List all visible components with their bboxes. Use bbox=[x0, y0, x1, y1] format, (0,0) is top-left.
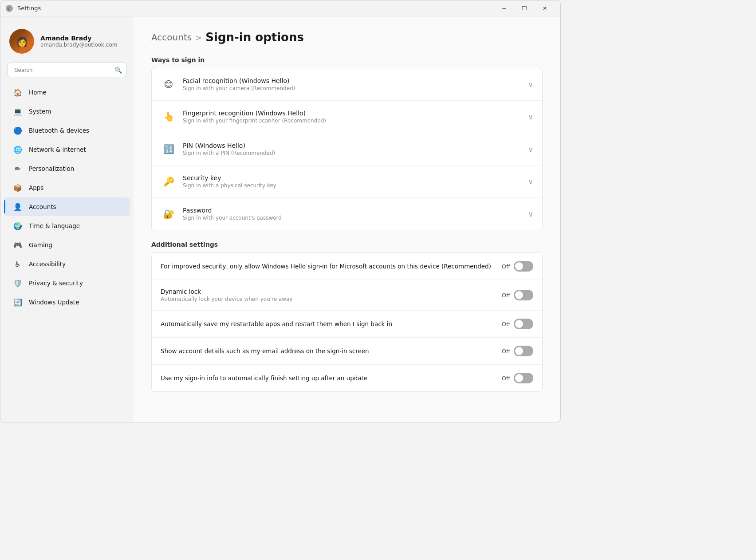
sign-in-info-control: Off bbox=[502, 373, 533, 383]
sign-in-option-pin[interactable]: 🔢 PIN (Windows Hello) Sign in with a PIN… bbox=[152, 133, 542, 166]
facial-text: Facial recognition (Windows Hello) Sign … bbox=[177, 77, 528, 91]
account-details-thumb bbox=[515, 347, 523, 355]
sign-in-info-text: Use my sign-in info to automatically fin… bbox=[161, 375, 502, 382]
hello-only-text: For improved security, only allow Window… bbox=[161, 263, 502, 270]
minimize-button[interactable]: − bbox=[494, 2, 514, 15]
home-icon: 🏠 bbox=[13, 87, 23, 97]
window-controls: − ❐ ✕ bbox=[494, 2, 555, 15]
restart-apps-title: Automatically save my restartable apps a… bbox=[161, 320, 493, 327]
additional-settings-list: For improved security, only allow Window… bbox=[151, 252, 543, 392]
restart-apps-thumb bbox=[515, 320, 523, 328]
close-button[interactable]: ✕ bbox=[535, 2, 555, 15]
apps-icon: 📦 bbox=[13, 183, 23, 193]
setting-sign-in-info: Use my sign-in info to automatically fin… bbox=[152, 365, 542, 391]
password-icon: 🔐 bbox=[161, 206, 177, 222]
sidebar-item-apps[interactable]: 📦 Apps bbox=[4, 178, 130, 197]
sign-in-option-password[interactable]: 🔐 Password Sign in with your account's p… bbox=[152, 198, 542, 230]
pin-subtitle: Sign in with a PIN (Recommended) bbox=[183, 150, 528, 156]
sign-in-info-title: Use my sign-in info to automatically fin… bbox=[161, 375, 493, 382]
sign-in-option-securitykey[interactable]: 🔑 Security key Sign in with a physical s… bbox=[152, 166, 542, 198]
sidebar-item-time[interactable]: 🌍 Time & language bbox=[4, 217, 130, 235]
hello-only-toggle[interactable] bbox=[514, 261, 533, 272]
sidebar-item-privacy[interactable]: 🛡️ Privacy & security bbox=[4, 274, 130, 292]
ways-to-sign-in-title: Ways to sign in bbox=[151, 56, 543, 63]
nav-label-home: Home bbox=[29, 89, 47, 96]
hello-only-title: For improved security, only allow Window… bbox=[161, 263, 493, 270]
account-details-text: Show account details such as my email ad… bbox=[161, 347, 502, 355]
facial-subtitle: Sign in with your camera (Recommended) bbox=[183, 85, 528, 91]
facial-title: Facial recognition (Windows Hello) bbox=[183, 77, 528, 84]
sign-in-option-facial[interactable]: 😊 Facial recognition (Windows Hello) Sig… bbox=[152, 68, 542, 101]
sidebar-item-home[interactable]: 🏠 Home bbox=[4, 83, 130, 102]
hello-only-control: Off bbox=[502, 261, 533, 272]
sidebar-item-network[interactable]: 🌐 Network & internet bbox=[4, 140, 130, 159]
dynamic-lock-state: Off bbox=[502, 292, 510, 299]
dynamic-lock-toggle[interactable] bbox=[514, 290, 533, 300]
sign-in-info-thumb bbox=[515, 374, 523, 382]
privacy-icon: 🛡️ bbox=[13, 278, 23, 288]
dynamic-lock-subtitle: Automatically lock your device when you'… bbox=[161, 296, 493, 302]
pin-title: PIN (Windows Hello) bbox=[183, 142, 528, 149]
sidebar-item-gaming[interactable]: 🎮 Gaming bbox=[4, 236, 130, 254]
hello-only-state: Off bbox=[502, 263, 510, 270]
account-details-toggle[interactable] bbox=[514, 346, 533, 356]
setting-hello-only: For improved security, only allow Window… bbox=[152, 253, 542, 280]
nav-label-network: Network & internet bbox=[29, 146, 86, 153]
search-input[interactable] bbox=[8, 63, 126, 77]
hello-only-thumb bbox=[515, 262, 523, 270]
password-subtitle: Sign in with your account's password bbox=[183, 215, 528, 221]
securitykey-chevron: ∨ bbox=[528, 177, 533, 186]
fingerprint-icon: 👆 bbox=[161, 109, 177, 125]
restart-apps-toggle[interactable] bbox=[514, 319, 533, 329]
securitykey-title: Security key bbox=[183, 174, 528, 181]
network-icon: 🌐 bbox=[13, 145, 23, 154]
breadcrumb-parent[interactable]: Accounts bbox=[151, 32, 192, 43]
sign-in-info-toggle[interactable] bbox=[514, 373, 533, 383]
fingerprint-title: Fingerprint recognition (Windows Hello) bbox=[183, 110, 528, 117]
nav-label-accounts: Accounts bbox=[29, 203, 56, 210]
password-chevron: ∨ bbox=[528, 210, 533, 218]
restart-apps-text: Automatically save my restartable apps a… bbox=[161, 320, 502, 327]
sidebar-item-accessibility[interactable]: ♿ Accessibility bbox=[4, 255, 130, 273]
nav-label-gaming: Gaming bbox=[29, 241, 52, 248]
sign-in-options-list: 😊 Facial recognition (Windows Hello) Sig… bbox=[151, 68, 543, 230]
account-details-state: Off bbox=[502, 348, 510, 355]
back-icon[interactable] bbox=[6, 5, 13, 12]
setting-restart-apps: Automatically save my restartable apps a… bbox=[152, 311, 542, 338]
breadcrumb-separator: > bbox=[195, 33, 202, 42]
sidebar-item-accounts[interactable]: 👤 Accounts bbox=[4, 197, 130, 216]
sidebar-item-system[interactable]: 💻 System bbox=[4, 102, 130, 121]
nav-label-privacy: Privacy & security bbox=[29, 280, 83, 287]
pin-text: PIN (Windows Hello) Sign in with a PIN (… bbox=[177, 142, 528, 156]
app-body: 👩 Amanda Brady amanda.brady@outlook.com … bbox=[0, 16, 560, 422]
dynamic-lock-thumb bbox=[515, 291, 523, 299]
user-name: Amanda Brady bbox=[40, 35, 117, 42]
dynamic-lock-title: Dynamic lock bbox=[161, 288, 493, 295]
fingerprint-text: Fingerprint recognition (Windows Hello) … bbox=[177, 110, 528, 124]
sidebar-item-personalization[interactable]: ✏️ Personalization bbox=[4, 159, 130, 178]
gaming-icon: 🎮 bbox=[13, 240, 23, 250]
nav-label-time: Time & language bbox=[29, 222, 80, 229]
securitykey-subtitle: Sign in with a physical security key bbox=[183, 182, 528, 189]
accessibility-icon: ♿ bbox=[13, 259, 23, 269]
title-bar-left: Settings bbox=[6, 5, 494, 12]
time-icon: 🌍 bbox=[13, 221, 23, 231]
nav-label-update: Windows Update bbox=[29, 299, 79, 306]
maximize-button[interactable]: ❐ bbox=[514, 2, 535, 15]
personalization-icon: ✏️ bbox=[13, 164, 23, 174]
nav-label-system: System bbox=[29, 108, 51, 115]
nav-label-bluetooth: Bluetooth & devices bbox=[29, 127, 89, 134]
dynamic-lock-text: Dynamic lock Automatically lock your dev… bbox=[161, 288, 502, 302]
dynamic-lock-control: Off bbox=[502, 290, 533, 300]
accounts-icon: 👤 bbox=[13, 202, 23, 212]
sidebar-item-update[interactable]: 🔄 Windows Update bbox=[4, 293, 130, 312]
sign-in-option-fingerprint[interactable]: 👆 Fingerprint recognition (Windows Hello… bbox=[152, 101, 542, 133]
fingerprint-subtitle: Sign in with your fingerprint scanner (R… bbox=[183, 118, 528, 124]
title-bar: Settings − ❐ ✕ bbox=[0, 0, 560, 16]
app-title: Settings bbox=[17, 5, 41, 12]
facial-chevron: ∨ bbox=[528, 80, 533, 89]
bluetooth-icon: 🔵 bbox=[13, 126, 23, 135]
fingerprint-chevron: ∨ bbox=[528, 113, 533, 121]
user-email: amanda.brady@outlook.com bbox=[40, 42, 117, 48]
sidebar-item-bluetooth[interactable]: 🔵 Bluetooth & devices bbox=[4, 121, 130, 140]
